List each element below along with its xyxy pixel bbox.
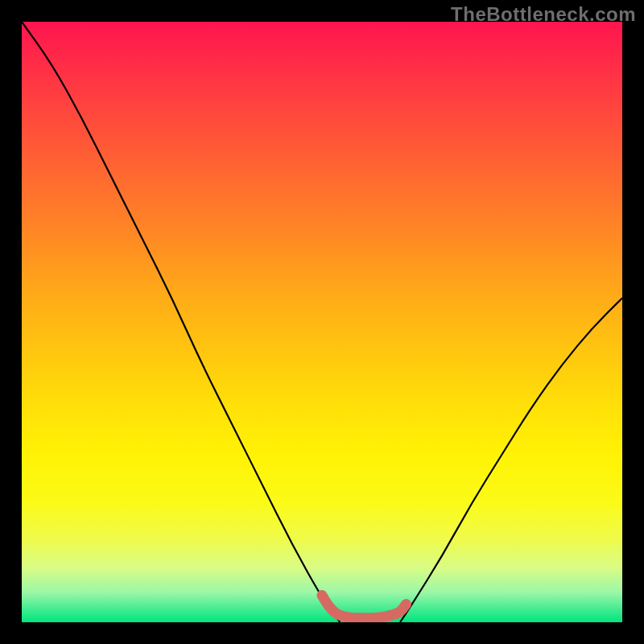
plot-area [22, 22, 622, 622]
right-curve [400, 298, 622, 622]
curves-svg [22, 22, 622, 622]
chart-frame: TheBottleneck.com [0, 0, 644, 644]
bottom-marker-band [322, 595, 406, 617]
left-curve [22, 22, 340, 622]
